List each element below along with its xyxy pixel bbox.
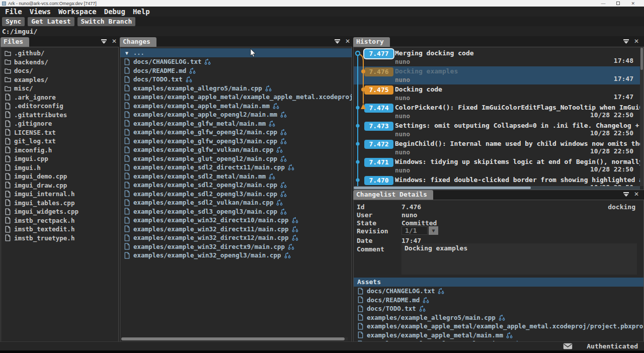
file-tree-item[interactable]: imgui_demo.cpp xyxy=(1,172,118,181)
changed-file-row[interactable]: examples/example_sdl2_directx11/main.cpp xyxy=(120,163,352,172)
changed-file-row[interactable]: examples/example_sdl2_metal/main.mm xyxy=(120,172,352,181)
comment-textarea[interactable]: Docking examples xyxy=(401,243,637,275)
mail-icon[interactable] xyxy=(563,343,573,349)
asset-row[interactable]: docs/README.md xyxy=(354,296,643,305)
filter-icon[interactable] xyxy=(623,192,629,197)
file-tree-item[interactable]: imstb_textedit.h xyxy=(1,225,118,234)
file-tree-item[interactable]: imgui_draw.cpp xyxy=(1,181,118,190)
changes-root-row[interactable]: ▼ ... xyxy=(120,48,352,57)
menu-workspace[interactable]: Workspace xyxy=(58,8,97,16)
changeset-badge[interactable]: 7.477 xyxy=(364,49,393,58)
changes-tab[interactable]: Changes xyxy=(120,37,156,47)
changed-file-row[interactable]: docs/CHANGELOG.txt xyxy=(120,57,352,66)
history-hscrollbar[interactable] xyxy=(354,186,640,190)
history-row[interactable]: 7.476Docking examplesnuno17:47 xyxy=(354,66,640,84)
switch-branch-button[interactable]: Switch Branch xyxy=(77,17,136,26)
changed-file-row[interactable]: examples/example_sdl3_opengl3/main.cpp xyxy=(120,207,352,216)
file-tree-item[interactable]: imgui.h xyxy=(1,163,118,172)
changelist-details-tab[interactable]: Changelist Details xyxy=(353,190,433,200)
history-row[interactable]: 7.471Windows: tidying up skipitems logic… xyxy=(354,157,640,175)
file-tree-item[interactable]: imstb_truetype.h xyxy=(1,234,118,243)
file-tree-item[interactable]: git_log.txt xyxy=(1,137,118,146)
changed-file-row[interactable]: examples/example_apple_metal/main.mm xyxy=(120,102,352,111)
changeset-badge[interactable]: 7.472 xyxy=(364,140,393,149)
changed-file-row[interactable]: examples/example_glfw_metal/main.mm xyxy=(120,119,352,128)
filter-icon[interactable] xyxy=(101,39,107,44)
changeset-badge[interactable]: 7.470 xyxy=(364,176,393,185)
changed-file-row[interactable]: docs/README.md xyxy=(120,66,352,75)
file-tree-item[interactable]: .github/ xyxy=(1,49,118,58)
chevron-down-icon[interactable]: ▼ xyxy=(429,226,438,235)
changed-file-row[interactable]: examples/example_glut_opengl2/main.cpp xyxy=(120,154,352,163)
menu-file[interactable]: File xyxy=(5,8,22,16)
changed-file-row[interactable]: examples/example_win32_directx12/main.cp… xyxy=(120,233,352,242)
file-tree-item[interactable]: imconfig.h xyxy=(1,146,118,155)
menu-views[interactable]: Views xyxy=(30,8,51,16)
history-vscrollbar[interactable] xyxy=(640,47,643,186)
changeset-badge[interactable]: 7.474 xyxy=(364,104,393,113)
minimize-icon[interactable]: — xyxy=(601,1,605,6)
history-row[interactable]: 7.475Docking codenuno17:47 xyxy=(354,84,640,103)
changed-file-row[interactable]: examples/example_win32_opengl3/main.cpp xyxy=(120,251,352,260)
file-tree-item[interactable]: imgui_widgets.cpp xyxy=(1,207,118,216)
file-tree-item[interactable]: imgui.cpp xyxy=(1,154,118,163)
history-row[interactable]: 7.477Merging docking codenuno17:48 xyxy=(354,48,640,66)
file-tree-item[interactable]: imgui_tables.cpp xyxy=(1,199,118,208)
changeset-badge[interactable]: 7.475 xyxy=(364,85,393,95)
get-latest-button[interactable]: Get Latest xyxy=(28,17,74,26)
asset-row[interactable]: examples/example_apple_metal/example_app… xyxy=(354,322,643,331)
asset-row[interactable]: examples/example_apple_metal/main.mm xyxy=(354,331,643,340)
close-panel-icon[interactable]: ✕ xyxy=(634,192,639,197)
file-tree-item[interactable]: imstb_rectpack.h xyxy=(1,216,118,225)
changed-file-row[interactable]: examples/example_win32_directx11/main.cp… xyxy=(120,225,352,234)
changed-file-row[interactable]: examples/example_sdl2_opengl2/main.cpp xyxy=(120,181,352,190)
file-tree-item[interactable]: .gitignore xyxy=(1,119,118,128)
changed-file-row[interactable]: examples/example_glfw_vulkan/main.cpp xyxy=(120,145,352,154)
asset-row[interactable]: docs/CHANGELOG.txt xyxy=(354,287,643,296)
file-tree-item[interactable]: .editorconfig xyxy=(1,102,118,111)
changed-file-row[interactable]: examples/example_sdl2_vulkan/main.cpp xyxy=(120,198,352,207)
changeset-badge[interactable]: 7.473 xyxy=(364,122,393,131)
maximize-icon[interactable] xyxy=(616,2,620,5)
changed-file-row[interactable]: examples/example_sdl2_opengl3/main.cpp xyxy=(120,190,352,199)
history-tab[interactable]: History xyxy=(353,37,390,47)
changed-file-row[interactable]: examples/example_win32_directx10/main.cp… xyxy=(120,216,352,225)
file-tree-item[interactable]: .gitattributes xyxy=(1,111,118,120)
history-row[interactable]: 7.473Settings: omit outputing Collapsed=… xyxy=(354,121,640,139)
changed-file-row[interactable]: examples/example_apple_metal/example_app… xyxy=(120,93,352,102)
changed-file-row[interactable]: examples/example_glfw_opengl2/main.cpp xyxy=(120,128,352,137)
file-tree-item[interactable]: imgui_internal.h xyxy=(1,190,118,199)
filter-icon[interactable] xyxy=(623,39,629,44)
menu-debug[interactable]: Debug xyxy=(104,8,125,16)
menu-help[interactable]: Help xyxy=(133,8,150,16)
file-tree-item[interactable]: examples/ xyxy=(1,75,118,84)
file-tree-item[interactable]: .ark_ignore xyxy=(1,93,118,102)
file-tree-item[interactable]: backends/ xyxy=(1,58,118,67)
changed-file-row[interactable]: examples/example_apple_opengl2/main.mm xyxy=(120,110,352,119)
file-tree-item[interactable]: docs/ xyxy=(1,66,118,75)
changeset-time: 10/28 22:50 xyxy=(590,111,633,119)
close-icon[interactable]: ✕ xyxy=(631,1,635,6)
changeset-badge[interactable]: 7.471 xyxy=(364,158,393,167)
changed-file-row[interactable]: examples/example_win32_directx9/main.cpp xyxy=(120,242,352,251)
history-row[interactable]: 7.472BeginChild(): Internal name used by… xyxy=(354,139,640,157)
filter-icon[interactable] xyxy=(334,39,341,44)
expander-icon[interactable]: ▼ xyxy=(125,50,128,56)
revision-select[interactable]: 1/1 xyxy=(401,226,428,235)
file-icon xyxy=(357,323,364,330)
changed-file-row[interactable]: examples/example_allegro5/main.cpp xyxy=(120,84,352,93)
file-tree-item[interactable]: misc/ xyxy=(1,84,118,93)
asset-row[interactable]: examples/example_allegro5/main.cpp xyxy=(354,313,643,322)
changes-hscrollbar[interactable] xyxy=(121,337,348,340)
asset-row[interactable]: docs/TODO.txt xyxy=(354,304,643,313)
changed-file-row[interactable]: examples/example_glfw_opengl3/main.cpp xyxy=(120,137,352,146)
close-panel-icon[interactable]: ✕ xyxy=(345,39,350,44)
close-panel-icon[interactable]: ✕ xyxy=(112,39,117,44)
close-panel-icon[interactable]: ✕ xyxy=(634,39,639,44)
changeset-badge[interactable]: 7.476 xyxy=(364,67,393,76)
file-tree-item[interactable]: LICENSE.txt xyxy=(1,128,118,137)
history-row[interactable]: 7.474ColorPicker4(): Fixed ImGuiColorEdi… xyxy=(354,103,640,121)
files-tab[interactable]: Files xyxy=(1,37,29,47)
sync-button[interactable]: Sync xyxy=(2,17,25,26)
changed-file-row[interactable]: docs/TODO.txt xyxy=(120,75,352,84)
